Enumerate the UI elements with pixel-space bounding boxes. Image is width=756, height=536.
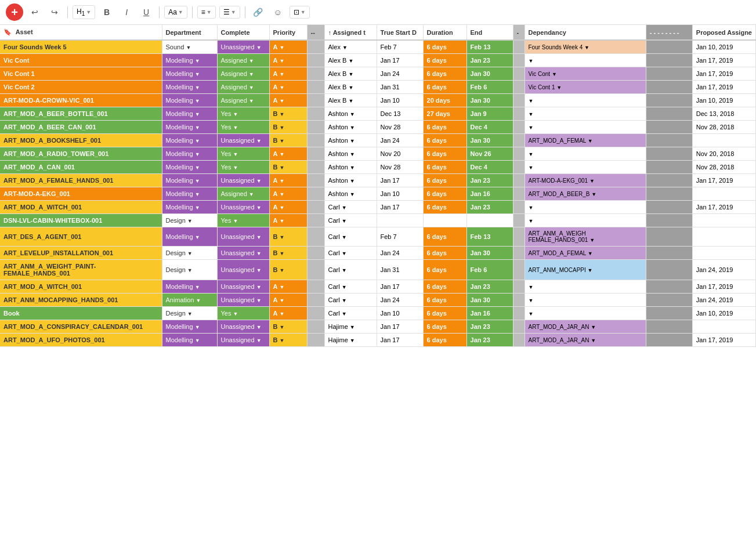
asset-cell[interactable]: Book — [0, 307, 162, 320]
heading-dropdown[interactable]: H1 ▼ — [73, 5, 95, 19]
dept-cell[interactable]: Design ▼ — [162, 214, 217, 227]
assigned-cell[interactable]: Carl ▼ — [324, 201, 377, 214]
col-header-priority[interactable]: Priority — [269, 25, 307, 40]
dept-cell[interactable]: Design ▼ — [162, 260, 217, 280]
assigned-cell[interactable]: Carl ▼ — [324, 214, 377, 227]
dept-cell[interactable]: Sound ▼ — [162, 40, 217, 54]
dept-cell[interactable]: Design ▼ — [162, 247, 217, 260]
complete-cell[interactable]: Assigned ▼ — [217, 67, 269, 81]
complete-cell[interactable]: Unassigned ▼ — [217, 134, 269, 147]
dept-cell[interactable]: Modelling ▼ — [162, 107, 217, 121]
priority-cell[interactable]: A ▼ — [269, 214, 307, 227]
complete-cell[interactable]: Yes ▼ — [217, 161, 269, 174]
complete-cell[interactable]: Yes ▼ — [217, 307, 269, 320]
assigned-cell[interactable]: Alex B ▼ — [324, 54, 377, 67]
complete-cell[interactable]: Unassigned ▼ — [217, 334, 269, 347]
col-header-dept[interactable]: Department — [162, 25, 217, 40]
asset-cell[interactable]: ART_MOD_A_FEMALE_HANDS_001 — [0, 174, 162, 187]
dept-cell[interactable]: Modelling ▼ — [162, 334, 217, 347]
asset-cell[interactable]: ART-MOD-A-EKG_001 — [0, 187, 162, 201]
priority-cell[interactable]: A ▼ — [269, 201, 307, 214]
emoji-button[interactable]: ☺ — [270, 4, 286, 20]
complete-cell[interactable]: Yes ▼ — [217, 214, 269, 227]
priority-cell[interactable]: A ▼ — [269, 147, 307, 161]
asset-cell[interactable]: ART_MOD_A_WITCH_001 — [0, 201, 162, 214]
priority-cell[interactable]: B ▼ — [269, 227, 307, 247]
dep-cell[interactable]: ▼ — [525, 280, 646, 294]
dep-cell[interactable]: ▼ — [525, 201, 646, 214]
assigned-cell[interactable]: Ashton ▼ — [324, 121, 377, 134]
list-dropdown[interactable]: ☰ ▼ — [219, 6, 240, 19]
complete-cell[interactable]: Yes ▼ — [217, 107, 269, 121]
asset-cell[interactable]: Vic Cont — [0, 54, 162, 67]
underline-button[interactable]: U — [138, 4, 154, 20]
dept-cell[interactable]: Modelling ▼ — [162, 320, 217, 334]
asset-cell[interactable]: ART_DES_A_AGENT_001 — [0, 227, 162, 247]
assigned-cell[interactable]: Ashton ▼ — [324, 174, 377, 187]
dep-cell[interactable]: ▼ — [525, 214, 646, 227]
col-header-complete[interactable]: Complete — [217, 25, 269, 40]
complete-cell[interactable]: Yes ▼ — [217, 121, 269, 134]
assigned-cell[interactable]: Alex B ▼ — [324, 67, 377, 81]
asset-cell[interactable]: Four Sounds Week 5 — [0, 40, 162, 54]
priority-cell[interactable]: A ▼ — [269, 40, 307, 54]
undo-button[interactable]: ↩ — [27, 4, 43, 20]
priority-cell[interactable]: A ▼ — [269, 81, 307, 94]
complete-cell[interactable]: Assigned ▼ — [217, 54, 269, 67]
dep-cell[interactable]: ART_MOD_A_JAR_AN ▼ — [525, 320, 646, 334]
priority-cell[interactable]: B ▼ — [269, 121, 307, 134]
priority-cell[interactable]: A ▼ — [269, 280, 307, 294]
dep-cell[interactable]: ▼ — [525, 107, 646, 121]
assigned-cell[interactable]: Hajime ▼ — [324, 334, 377, 347]
asset-cell[interactable]: ART_MOD_A_RADIO_TOWER_001 — [0, 147, 162, 161]
dept-cell[interactable]: Animation ▼ — [162, 294, 217, 307]
priority-cell[interactable]: B ▼ — [269, 320, 307, 334]
priority-cell[interactable]: B ▼ — [269, 134, 307, 147]
dep-cell[interactable]: ART-MOD-A-EKG_001 ▼ — [525, 174, 646, 187]
complete-cell[interactable]: Unassigned ▼ — [217, 174, 269, 187]
asset-cell[interactable]: ART_MOD_A_WITCH_001 — [0, 280, 162, 294]
dept-cell[interactable]: Modelling ▼ — [162, 201, 217, 214]
asset-cell[interactable]: Vic Cont 1 — [0, 67, 162, 81]
dep-cell[interactable]: ART_MOD_A_JAR_AN ▼ — [525, 334, 646, 347]
dep-cell[interactable]: ART_MOD_A_BEER_B ▼ — [525, 187, 646, 201]
asset-cell[interactable]: ART_MOD_A_BEER_CAN_001 — [0, 121, 162, 134]
complete-cell[interactable]: Unassigned ▼ — [217, 201, 269, 214]
assigned-cell[interactable]: Alex B ▼ — [324, 81, 377, 94]
assigned-cell[interactable]: Ashton ▼ — [324, 187, 377, 201]
dep-cell[interactable]: ▼ — [525, 147, 646, 161]
asset-cell[interactable]: Vic Cont 2 — [0, 81, 162, 94]
asset-cell[interactable]: ART_LEVELUP_INSTALLATION_001 — [0, 247, 162, 260]
add-button[interactable]: + — [6, 3, 23, 21]
complete-cell[interactable]: Yes ▼ — [217, 147, 269, 161]
complete-cell[interactable]: Unassigned ▼ — [217, 227, 269, 247]
assigned-cell[interactable]: Carl ▼ — [324, 227, 377, 247]
asset-cell[interactable]: ART_ANM_A_WEIGHT_PAINT-FEMALE_HANDS_001 — [0, 260, 162, 280]
dept-cell[interactable]: Modelling ▼ — [162, 280, 217, 294]
font-dropdown[interactable]: Aa ▼ — [164, 6, 187, 19]
complete-cell[interactable]: Assigned ▼ — [217, 81, 269, 94]
priority-cell[interactable]: A ▼ — [269, 307, 307, 320]
assigned-cell[interactable]: Ashton ▼ — [324, 134, 377, 147]
assigned-cell[interactable]: Alex ▼ — [324, 40, 377, 54]
dep-cell[interactable]: ▼ — [525, 121, 646, 134]
complete-cell[interactable]: Unassigned ▼ — [217, 247, 269, 260]
dep-cell[interactable]: ▼ — [525, 294, 646, 307]
assigned-cell[interactable]: Carl ▼ — [324, 280, 377, 294]
embed-dropdown[interactable]: ⊡ ▼ — [290, 6, 310, 19]
priority-cell[interactable]: B ▼ — [269, 161, 307, 174]
complete-cell[interactable]: Unassigned ▼ — [217, 260, 269, 280]
asset-cell[interactable]: ART_MOD_A_BEER_BOTTLE_001 — [0, 107, 162, 121]
assigned-cell[interactable]: Carl ▼ — [324, 247, 377, 260]
align-dropdown[interactable]: ≡ ▼ — [197, 6, 216, 19]
priority-cell[interactable]: A ▼ — [269, 294, 307, 307]
complete-cell[interactable]: Unassigned ▼ — [217, 294, 269, 307]
dept-cell[interactable]: Modelling ▼ — [162, 187, 217, 201]
dep-cell[interactable]: Vic Cont 1 ▼ — [525, 81, 646, 94]
dept-cell[interactable]: Modelling ▼ — [162, 161, 217, 174]
link-button[interactable]: 🔗 — [250, 4, 266, 20]
priority-cell[interactable]: B ▼ — [269, 247, 307, 260]
dept-cell[interactable]: Modelling ▼ — [162, 81, 217, 94]
dept-cell[interactable]: Modelling ▼ — [162, 54, 217, 67]
dept-cell[interactable]: Modelling ▼ — [162, 227, 217, 247]
